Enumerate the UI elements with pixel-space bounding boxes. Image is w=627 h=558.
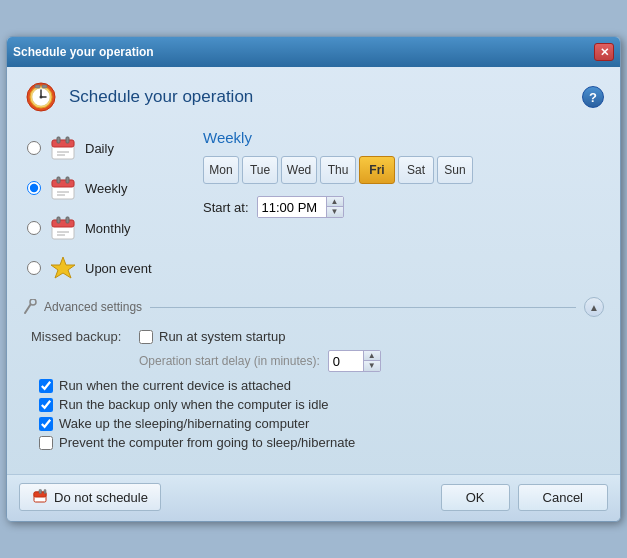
weekly-radio[interactable]: [27, 181, 41, 195]
prevent-sleep-text: Prevent the computer from going to sleep…: [59, 435, 355, 450]
start-at-label: Start at:: [203, 200, 249, 215]
svg-rect-11: [66, 137, 69, 143]
day-buttons: Mon Tue Wed Thu Fri Sat Sun: [203, 156, 604, 184]
dialog-header: Schedule your operation ?: [23, 79, 604, 115]
schedule-type-weekly[interactable]: Weekly: [23, 169, 183, 207]
weekly-icon: [49, 174, 77, 202]
weekly-settings: Weekly Mon Tue Wed Thu Fri Sat Sun Start…: [203, 129, 604, 287]
svg-rect-9: [52, 140, 74, 147]
delay-spinner: ▲ ▼: [363, 351, 380, 371]
svg-rect-21: [52, 220, 74, 227]
time-input[interactable]: [258, 198, 326, 217]
schedule-type-daily[interactable]: Daily: [23, 129, 183, 167]
prevent-sleep-checkbox[interactable]: [39, 436, 53, 450]
run-only-idle-checkbox[interactable]: [39, 398, 53, 412]
svg-rect-23: [66, 217, 69, 223]
close-button[interactable]: ✕: [594, 43, 614, 61]
dialog-title: Schedule your operation: [69, 87, 253, 107]
title-bar-text: Schedule your operation: [13, 45, 154, 59]
monthly-icon: [49, 214, 77, 242]
svg-rect-15: [52, 180, 74, 187]
wake-up-checkbox[interactable]: [39, 417, 53, 431]
run-only-idle-text: Run the backup only when the computer is…: [59, 397, 329, 412]
content-area: Daily Weekly: [23, 129, 604, 287]
bottom-bar: Do not schedule OK Cancel: [7, 474, 620, 521]
weekly-section-title: Weekly: [203, 129, 604, 146]
schedule-type-monthly[interactable]: Monthly: [23, 209, 183, 247]
schedule-type-list: Daily Weekly: [23, 129, 183, 287]
header-left: Schedule your operation: [23, 79, 253, 115]
daily-label: Daily: [85, 141, 114, 156]
event-radio[interactable]: [27, 261, 41, 275]
day-fri[interactable]: Fri: [359, 156, 395, 184]
weekly-label: Weekly: [85, 181, 127, 196]
svg-line-28: [25, 305, 31, 314]
wrench-icon: [23, 299, 39, 315]
svg-rect-7: [42, 85, 47, 88]
day-thu[interactable]: Thu: [320, 156, 356, 184]
run-at-startup-text: Run at system startup: [159, 329, 285, 344]
run-when-attached-row: Run when the current device is attached: [39, 378, 596, 393]
event-label: Upon event: [85, 261, 152, 276]
title-bar: Schedule your operation ✕: [7, 37, 620, 67]
prevent-sleep-label[interactable]: Prevent the computer from going to sleep…: [39, 435, 355, 450]
wake-up-text: Wake up the sleeping/hibernating compute…: [59, 416, 309, 431]
time-spin-up[interactable]: ▲: [327, 197, 343, 207]
wake-up-row: Wake up the sleeping/hibernating compute…: [39, 416, 596, 431]
help-button[interactable]: ?: [582, 86, 604, 108]
event-icon: [49, 254, 77, 282]
monthly-radio[interactable]: [27, 221, 41, 235]
day-tue[interactable]: Tue: [242, 156, 278, 184]
svg-rect-10: [57, 137, 60, 143]
daily-icon: [49, 134, 77, 162]
advanced-divider: [150, 307, 576, 308]
run-only-idle-label[interactable]: Run the backup only when the computer is…: [39, 397, 329, 412]
day-wed[interactable]: Wed: [281, 156, 317, 184]
day-sun[interactable]: Sun: [437, 156, 473, 184]
delay-spin-down[interactable]: ▼: [364, 361, 380, 371]
run-when-attached-checkbox[interactable]: [39, 379, 53, 393]
do-not-schedule-button[interactable]: Do not schedule: [19, 483, 161, 511]
svg-rect-31: [39, 490, 42, 494]
day-sat[interactable]: Sat: [398, 156, 434, 184]
daily-radio[interactable]: [27, 141, 41, 155]
time-input-wrap[interactable]: ▲ ▼: [257, 196, 344, 218]
run-only-idle-row: Run the backup only when the computer is…: [39, 397, 596, 412]
delay-input-wrap[interactable]: ▲ ▼: [328, 350, 381, 372]
svg-rect-32: [44, 490, 46, 494]
svg-rect-17: [66, 177, 69, 183]
run-at-startup-label[interactable]: Run at system startup: [139, 329, 285, 344]
dialog-body: Schedule your operation ?: [7, 67, 620, 468]
cancel-button[interactable]: Cancel: [518, 484, 608, 511]
delay-row: Operation start delay (in minutes): ▲ ▼: [139, 350, 596, 372]
wake-up-label[interactable]: Wake up the sleeping/hibernating compute…: [39, 416, 309, 431]
missed-backup-label: Missed backup:: [31, 329, 131, 344]
svg-point-5: [40, 96, 43, 99]
svg-rect-16: [57, 177, 60, 183]
advanced-settings-content: Missed backup: Run at system startup Ope…: [23, 325, 604, 458]
svg-rect-6: [35, 85, 40, 88]
svg-marker-26: [51, 257, 75, 278]
bottom-right-buttons: OK Cancel: [441, 484, 608, 511]
missed-backup-row: Missed backup: Run at system startup: [31, 329, 596, 344]
delay-input[interactable]: [329, 353, 363, 370]
time-spin-down[interactable]: ▼: [327, 207, 343, 217]
schedule-dialog: Schedule your operation ✕: [6, 36, 621, 522]
schedule-type-upon-event[interactable]: Upon event: [23, 249, 183, 287]
run-at-startup-checkbox[interactable]: [139, 330, 153, 344]
monthly-label: Monthly: [85, 221, 131, 236]
advanced-settings-label: Advanced settings: [44, 300, 142, 314]
run-when-attached-label[interactable]: Run when the current device is attached: [39, 378, 291, 393]
run-when-attached-text: Run when the current device is attached: [59, 378, 291, 393]
ok-button[interactable]: OK: [441, 484, 510, 511]
delay-label: Operation start delay (in minutes):: [139, 354, 320, 368]
day-mon[interactable]: Mon: [203, 156, 239, 184]
start-at-row: Start at: ▲ ▼: [203, 196, 604, 218]
collapse-button[interactable]: ▲: [584, 297, 604, 317]
svg-rect-22: [57, 217, 60, 223]
dns-icon: [32, 489, 48, 505]
prevent-sleep-row: Prevent the computer from going to sleep…: [39, 435, 596, 450]
time-spinner: ▲ ▼: [326, 197, 343, 217]
delay-spin-up[interactable]: ▲: [364, 351, 380, 361]
schedule-icon: [23, 79, 59, 115]
